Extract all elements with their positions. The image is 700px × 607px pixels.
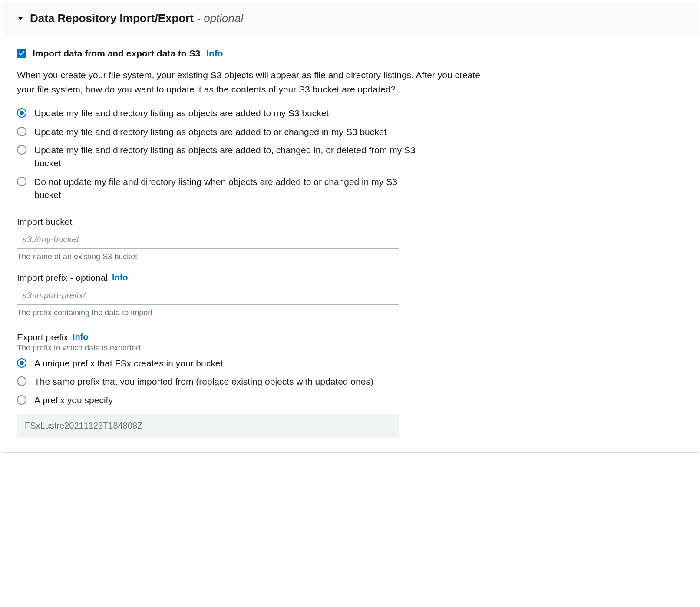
- caret-down-icon[interactable]: [17, 15, 24, 22]
- import-bucket-helper: The name of an existing S3 bucket: [17, 252, 399, 261]
- import-export-info-link[interactable]: Info: [206, 48, 223, 59]
- update-option-label: Update my file and directory listing as …: [34, 144, 416, 170]
- update-options-group: Update my file and directory listing as …: [17, 107, 416, 202]
- import-export-checkbox-label: Import data from and export data to S3: [33, 48, 200, 59]
- import-prefix-label: Import prefix - optional: [17, 273, 108, 283]
- panel-title-optional: - optional: [194, 12, 243, 25]
- radio-icon: [17, 376, 26, 386]
- update-option-added-changed[interactable]: Update my file and directory listing as …: [17, 125, 416, 139]
- update-description: When you create your file system, your e…: [17, 68, 486, 96]
- update-option-label: Update my file and directory listing as …: [34, 107, 329, 120]
- update-option-label: Do not update my file and directory list…: [34, 175, 416, 202]
- svg-marker-0: [18, 17, 23, 20]
- import-bucket-label: Import bucket: [17, 217, 72, 227]
- import-prefix-input[interactable]: [17, 287, 399, 305]
- export-option-label: The same prefix that you imported from (…: [34, 375, 373, 388]
- import-bucket-field: Import bucket The name of an existing S3…: [17, 217, 399, 261]
- export-prefix-field: Export prefix Info The prefix to which d…: [17, 332, 399, 438]
- export-option-unique[interactable]: A unique prefix that FSx creates in your…: [17, 357, 399, 370]
- data-repository-panel: Data Repository Import/Export - optional…: [2, 2, 698, 453]
- radio-icon: [17, 395, 26, 405]
- radio-icon: [17, 177, 26, 186]
- import-bucket-input[interactable]: [17, 231, 399, 249]
- import-export-checkbox[interactable]: [17, 49, 26, 58]
- panel-title: Data Repository Import/Export: [30, 12, 194, 25]
- radio-icon: [17, 127, 26, 136]
- update-option-label: Update my file and directory listing as …: [34, 125, 386, 139]
- import-prefix-info-link[interactable]: Info: [112, 273, 128, 283]
- panel-body: Import data from and export data to S3 I…: [2, 35, 698, 452]
- export-prefix-helper: The prefix to which data is exported: [17, 343, 399, 353]
- import-prefix-field: Import prefix - optional Info The prefix…: [17, 273, 399, 317]
- export-option-label: A unique prefix that FSx creates in your…: [34, 357, 223, 370]
- export-prefix-generated-value: FSxLustre20211123T184808Z: [17, 414, 399, 438]
- update-option-added-changed-deleted[interactable]: Update my file and directory listing as …: [17, 144, 416, 170]
- radio-icon: [17, 108, 26, 118]
- update-option-added[interactable]: Update my file and directory listing as …: [17, 107, 416, 120]
- export-option-label: A prefix you specify: [34, 394, 113, 407]
- panel-header[interactable]: Data Repository Import/Export - optional: [2, 2, 698, 35]
- export-prefix-options-group: A unique prefix that FSx creates in your…: [17, 357, 399, 407]
- update-option-none[interactable]: Do not update my file and directory list…: [17, 175, 416, 202]
- export-option-same[interactable]: The same prefix that you imported from (…: [17, 375, 399, 388]
- import-prefix-helper: The prefix containing the data to import: [17, 308, 399, 317]
- export-prefix-label: Export prefix: [17, 332, 68, 343]
- radio-icon: [17, 358, 26, 368]
- radio-icon: [17, 145, 26, 155]
- export-prefix-info-link[interactable]: Info: [73, 332, 89, 342]
- export-option-custom[interactable]: A prefix you specify: [17, 394, 399, 407]
